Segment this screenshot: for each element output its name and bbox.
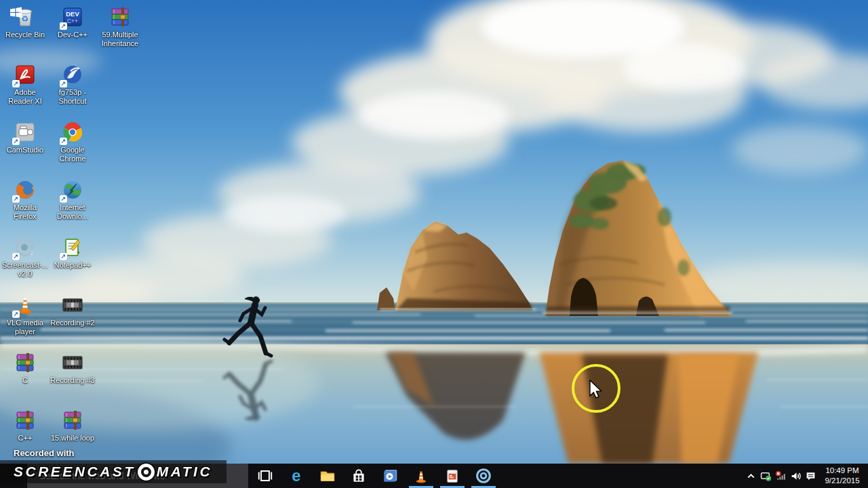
screencast-v2-icon: ↗	[14, 236, 37, 259]
desktop-icon-label: 59.Multiple Inheritance	[96, 30, 144, 48]
internet-download-manager-icon: ↗	[61, 178, 84, 201]
shortcut-arrow-icon: ↗	[60, 80, 67, 87]
multiple-inheritance-icon	[108, 5, 132, 28]
desktop-icon-label: VLC media player	[1, 319, 49, 336]
desktop-icon-screencast-v2[interactable]: ↗Screencast-... v2.0	[1, 236, 49, 279]
desktop-icon-label: Screencast-... v2.0	[1, 261, 49, 279]
desktop-icon-vlc-media-player[interactable]: ↗VLC media player	[1, 293, 49, 336]
desktop-icon-label: Notepad++	[49, 261, 96, 270]
c-archive-icon	[14, 351, 37, 374]
desktop-icon-label: Recycle Bin	[1, 30, 49, 39]
desktop-icon-fg753p-shortcut[interactable]: ↗fg753p - Shortcut	[49, 63, 96, 106]
desktop-icon-label: Google Chrome	[49, 146, 96, 163]
start-button[interactable]	[0, 0, 31, 24]
watermark-brand-left: SCREENCAST	[14, 464, 136, 480]
watermark-brand-right: MATIC	[157, 464, 212, 480]
windows-logo-icon	[8, 5, 23, 20]
desktop-icon-notepad-plus-plus[interactable]: ↗Notepad++	[49, 236, 96, 270]
desktop-icon-recording-2[interactable]: Recording #2	[49, 293, 96, 327]
cpp-archive-icon	[14, 409, 37, 432]
network-disconnected-icon	[775, 470, 787, 482]
desktop-icon-label: Internet Downlo...	[49, 203, 96, 221]
desktop-icon-adobe-reader-xi[interactable]: ↗Adobe Reader XI	[1, 63, 49, 106]
camstudio-icon: ↗	[14, 121, 37, 144]
edge-icon	[288, 467, 305, 485]
tray-hidden-icons-chevron[interactable]	[743, 464, 758, 488]
taskbar-app-powerpoint[interactable]	[437, 464, 468, 488]
desktop-icon-label: Recording #3	[49, 376, 96, 385]
desktop-icon-dev-cpp[interactable]: ↗Dev-C++	[49, 5, 96, 39]
desktop-icon-label: Mozilla Firefox	[1, 203, 49, 221]
action-center-icon	[805, 470, 816, 482]
clock-date: 9/21/2015	[821, 476, 864, 486]
screen: ♻ DEV C++	[0, 0, 868, 488]
desktop-icon-c-archive[interactable]: C	[1, 351, 49, 385]
shortcut-arrow-icon: ↗	[12, 195, 20, 203]
clock-time: 10:49 PM	[821, 466, 864, 476]
desktop-icon-label: C	[1, 376, 49, 385]
desktop-icon-recording-3[interactable]: Recording #3	[49, 351, 96, 385]
recording-3-icon	[61, 351, 84, 374]
mozilla-firefox-icon: ↗	[14, 178, 37, 201]
desktop-icon-camstudio[interactable]: ↗CamStudio	[1, 121, 49, 155]
shortcut-arrow-icon: ↗	[60, 138, 67, 145]
while-loop-icon	[61, 409, 84, 432]
shortcut-arrow-icon: ↗	[12, 253, 20, 260]
tray-network-disconnected[interactable]	[773, 464, 788, 488]
notepad-plus-plus-icon: ↗	[61, 236, 84, 259]
desktop-icon-while-loop[interactable]: 15.while loop	[49, 409, 96, 443]
taskbar-app-movies-tv[interactable]	[374, 464, 406, 488]
desktop-icon-internet-download-manager[interactable]: ↗Internet Downlo...	[49, 178, 96, 221]
desktop-icon-cpp-archive[interactable]: C++	[1, 409, 49, 443]
desktop-icon-mozilla-firefox[interactable]: ↗Mozilla Firefox	[1, 178, 49, 221]
movies-tv-icon	[381, 467, 399, 485]
shortcut-arrow-icon: ↗	[60, 195, 67, 203]
google-chrome-icon: ↗	[61, 121, 84, 144]
fg753p-shortcut-icon: ↗	[61, 63, 84, 86]
store-icon	[350, 467, 368, 485]
taskbar-app-edge[interactable]	[281, 464, 312, 488]
recorded-with-label: Recorded with	[14, 448, 75, 458]
powerpoint-icon	[443, 467, 461, 485]
recording-2-icon	[61, 293, 84, 317]
tray-hardware-safely-remove[interactable]	[758, 464, 773, 488]
screencast-o-matic-logo-icon	[138, 464, 155, 481]
desktop-icon-label: fg753p - Shortcut	[49, 88, 96, 106]
taskbar-app-vlc[interactable]	[406, 464, 437, 488]
task-view-icon	[256, 467, 274, 485]
desktop-icon-label: CamStudio	[1, 146, 49, 155]
taskbar-app-task-view[interactable]	[250, 464, 281, 488]
desktop-icon-label: C++	[1, 434, 49, 443]
shortcut-arrow-icon: ↗	[12, 138, 20, 145]
desktop-icon-label: Adobe Reader XI	[1, 88, 49, 106]
shortcut-arrow-icon: ↗	[12, 310, 20, 318]
shortcut-arrow-icon: ↗	[60, 22, 67, 30]
taskbar-clock[interactable]: 10:49 PM 9/21/2015	[821, 466, 864, 486]
desktop[interactable]: Recycle Bin↗Dev-C++59.Multiple Inheritan…	[0, 0, 868, 464]
file-explorer-icon	[319, 467, 336, 485]
desktop-icon-multiple-inheritance[interactable]: 59.Multiple Inheritance	[96, 5, 144, 48]
adobe-reader-xi-icon: ↗	[14, 63, 37, 86]
dev-cpp-icon: ↗	[61, 5, 84, 28]
desktop-icon-label: 15.while loop	[49, 434, 96, 443]
tray-volume[interactable]	[788, 464, 803, 488]
tray-action-center[interactable]	[803, 464, 818, 488]
system-tray: 10:49 PM 9/21/2015	[743, 464, 868, 488]
desktop-icon-label: Recording #2	[49, 319, 96, 327]
vlc-media-player-icon: ↗	[14, 293, 37, 317]
hardware-safely-remove-icon	[760, 470, 772, 482]
tray-icons	[743, 464, 818, 488]
desktop-icon-google-chrome[interactable]: ↗Google Chrome	[49, 121, 96, 163]
taskbar-apps	[250, 464, 499, 488]
mouse-cursor	[589, 380, 603, 400]
taskbar-app-store[interactable]	[343, 464, 374, 488]
screencast-o-matic-icon	[475, 467, 492, 485]
screencast-o-matic-watermark: SCREENCAST MATIC	[14, 462, 212, 482]
hidden-icons-chevron-icon	[745, 470, 757, 482]
taskbar-app-screencast-o-matic[interactable]	[468, 464, 499, 488]
volume-icon	[790, 470, 802, 482]
vlc-icon	[412, 467, 430, 485]
shortcut-arrow-icon: ↗	[60, 253, 67, 260]
shortcut-arrow-icon: ↗	[12, 80, 20, 87]
taskbar-app-file-explorer[interactable]	[312, 464, 343, 488]
